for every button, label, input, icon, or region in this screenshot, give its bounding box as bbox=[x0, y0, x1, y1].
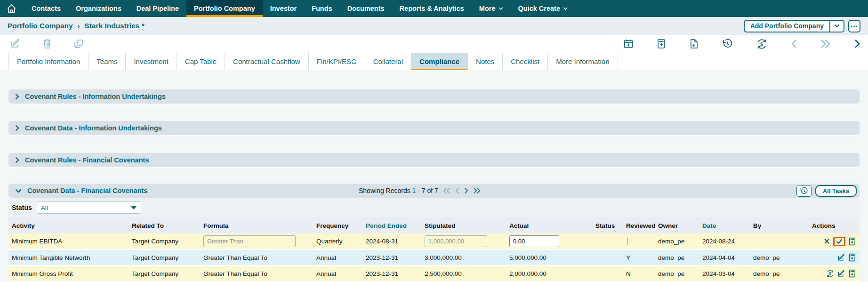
table-row: Minimum Gross Profit Target Company Grea… bbox=[8, 266, 860, 282]
tab-more-information[interactable]: More Information bbox=[548, 53, 618, 70]
delete-icon[interactable] bbox=[42, 39, 52, 49]
record-toolbar: $ bbox=[0, 35, 868, 53]
table-row: Minimum Tangible Networth Target Company… bbox=[8, 250, 860, 266]
first-page-icon[interactable] bbox=[443, 187, 450, 194]
file-add-icon[interactable] bbox=[689, 39, 699, 49]
chevron-down-icon bbox=[15, 189, 22, 193]
cell-period-ended: 2024-08-31 bbox=[366, 234, 425, 250]
next-page-icon[interactable] bbox=[464, 187, 468, 194]
cell-frequency: Annual bbox=[316, 250, 366, 266]
confirm-check-icon[interactable] bbox=[833, 237, 845, 246]
add-portfolio-company-button[interactable]: Add Portfolio Company bbox=[744, 20, 844, 32]
add-task-icon[interactable] bbox=[849, 253, 856, 262]
formula-input[interactable] bbox=[203, 235, 296, 247]
history-icon[interactable] bbox=[722, 39, 733, 49]
column-header-activity[interactable]: Activity bbox=[8, 218, 132, 234]
cell-date: 2024-04-04 bbox=[702, 250, 753, 266]
tab-compliance[interactable]: Compliance bbox=[411, 53, 468, 70]
tab-fin-kpi-esg[interactable]: Fin/KPI/ESG bbox=[309, 53, 365, 70]
section-covenant-data-information-undertakings[interactable]: Covenant Data - Information Undertakings bbox=[8, 121, 860, 135]
svg-text:$: $ bbox=[760, 41, 763, 47]
cell-formula: Greater Than Equal To bbox=[203, 250, 316, 266]
column-header-related-to[interactable]: Related To bbox=[132, 218, 203, 234]
status-filter-row: Status All bbox=[8, 198, 860, 218]
task-add-icon[interactable] bbox=[657, 39, 666, 49]
cell-related-to: Target Company bbox=[132, 234, 203, 250]
status-filter-dropdown[interactable]: All bbox=[37, 201, 141, 214]
column-header-by[interactable]: By bbox=[753, 218, 812, 234]
edit-icon[interactable] bbox=[10, 39, 21, 49]
cell-owner: demo_pe bbox=[658, 250, 702, 266]
tab-teams[interactable]: Teams bbox=[88, 53, 126, 70]
nav-item-quick-create[interactable]: Quick Create bbox=[511, 0, 575, 17]
section-history-button[interactable] bbox=[796, 185, 812, 197]
cell-period-ended: 2023-12-31 bbox=[366, 250, 425, 266]
chevron-down-icon bbox=[563, 7, 568, 10]
currency-refresh-icon[interactable]: $ bbox=[756, 39, 767, 49]
nav-item-deal-pipeline[interactable]: Deal Pipeline bbox=[129, 0, 186, 17]
add-task-icon[interactable] bbox=[849, 269, 856, 278]
tab-cap-table[interactable]: Cap Table bbox=[177, 53, 225, 70]
nav-item-organizations[interactable]: Organizations bbox=[68, 0, 129, 17]
tab-collateral[interactable]: Collateral bbox=[365, 53, 411, 70]
chevron-down-icon bbox=[498, 7, 503, 10]
cell-actual: 5,000,000.00 bbox=[509, 250, 595, 266]
column-header-actual[interactable]: Actual bbox=[509, 218, 595, 234]
chevron-right-icon[interactable] bbox=[854, 39, 860, 48]
tab-contractual-cashflow[interactable]: Contractual Cashflow bbox=[225, 53, 309, 70]
chevron-left-icon[interactable] bbox=[791, 39, 797, 48]
section-header[interactable]: Covenant Data - Financial Covenants Show… bbox=[8, 184, 860, 198]
section-title: Covenant Rules - Financial Covenants bbox=[25, 156, 149, 164]
tab-investment[interactable]: Investment bbox=[126, 53, 177, 70]
column-header-date[interactable]: Date bbox=[702, 218, 753, 234]
calendar-add-icon[interactable] bbox=[623, 39, 634, 49]
table-row: Minimum EBITDA Target Company Quarterly … bbox=[8, 234, 860, 250]
currency-refresh-icon[interactable]: $ bbox=[826, 270, 834, 278]
nav-item-reports-analytics[interactable]: Reports & Analytics bbox=[392, 0, 472, 17]
cell-owner: demo_pe bbox=[658, 266, 702, 282]
nav-item-funds[interactable]: Funds bbox=[304, 0, 340, 17]
reviewed-checkbox[interactable] bbox=[627, 237, 628, 245]
section-covenant-rules-information-undertakings[interactable]: Covenant Rules - Information Undertaking… bbox=[8, 89, 860, 104]
column-header-frequency[interactable]: Frequency bbox=[316, 218, 366, 234]
cell-owner: demo_pe bbox=[658, 234, 702, 250]
nav-item-more[interactable]: More bbox=[472, 0, 511, 17]
breadcrumb-parent[interactable]: Portfolio Company bbox=[8, 22, 73, 30]
tab-portfolio-information[interactable]: Portfolio Information bbox=[8, 53, 88, 70]
home-icon[interactable] bbox=[0, 0, 24, 17]
nav-item-portfolio-company[interactable]: Portfolio Company bbox=[186, 0, 263, 17]
column-header-reviewed[interactable]: Reviewed bbox=[626, 218, 658, 234]
actual-input[interactable] bbox=[509, 235, 559, 247]
edit-icon[interactable] bbox=[837, 270, 845, 278]
duplicate-icon[interactable] bbox=[73, 39, 84, 49]
tab-notes[interactable]: Notes bbox=[468, 53, 503, 70]
cell-frequency: Quarterly bbox=[316, 234, 366, 250]
stipulated-input[interactable] bbox=[425, 235, 487, 247]
top-nav: Contacts Organizations Deal Pipeline Por… bbox=[0, 0, 868, 17]
column-header-owner[interactable]: Owner bbox=[658, 218, 702, 234]
cell-reviewed: N bbox=[626, 266, 658, 282]
add-options-chevron-icon[interactable] bbox=[830, 24, 844, 28]
chevrons-right-icon[interactable] bbox=[820, 39, 831, 48]
column-header-period-ended[interactable]: Period Ended bbox=[366, 218, 425, 234]
tab-checklist[interactable]: Checklist bbox=[503, 53, 548, 70]
column-header-stipulated[interactable]: Stipulated bbox=[425, 218, 509, 234]
column-header-formula[interactable]: Formula bbox=[203, 218, 316, 234]
cancel-icon[interactable] bbox=[824, 238, 830, 244]
last-page-icon[interactable] bbox=[473, 187, 481, 194]
nav-item-documents[interactable]: Documents bbox=[340, 0, 392, 17]
records-count: Showing Records 1 - 7 of 7 bbox=[359, 187, 438, 194]
all-tasks-button[interactable]: All Tasks bbox=[815, 185, 857, 197]
status-filter-value: All bbox=[41, 204, 130, 211]
more-options-button[interactable]: ... bbox=[848, 20, 860, 32]
chevron-right-icon bbox=[15, 93, 19, 100]
nav-item-contacts[interactable]: Contacts bbox=[24, 0, 68, 17]
prev-page-icon[interactable] bbox=[455, 187, 459, 194]
add-portfolio-company-label: Add Portfolio Company bbox=[745, 22, 829, 30]
column-header-status[interactable]: Status bbox=[595, 218, 626, 234]
edit-icon[interactable] bbox=[837, 254, 845, 262]
cell-date: 2024-08-24 bbox=[702, 234, 753, 250]
add-task-icon[interactable] bbox=[849, 237, 856, 246]
nav-item-investor[interactable]: Investor bbox=[263, 0, 304, 17]
section-covenant-rules-financial-covenants[interactable]: Covenant Rules - Financial Covenants bbox=[8, 153, 860, 167]
